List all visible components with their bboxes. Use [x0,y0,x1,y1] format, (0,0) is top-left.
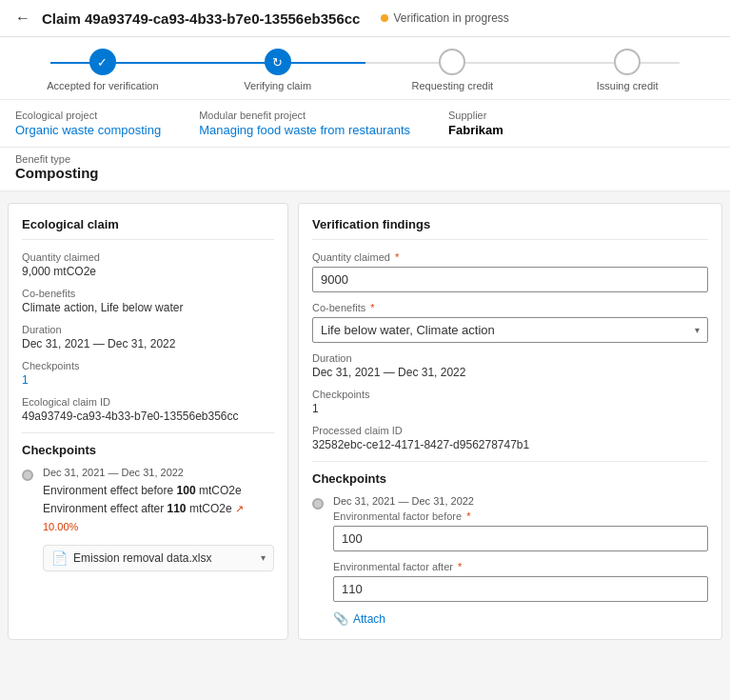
right-checkpoint-item: Dec 31, 2021 — Dec 31, 2022 Environmenta… [312,495,708,626]
required-star-quantity: * [392,251,399,263]
ecological-project-value[interactable]: Organic waste composting [15,123,161,137]
step-issuing: Issuing credit [540,49,715,91]
duration-label: Duration [22,324,274,335]
cobenefits-select-value: Life below water, Climate action [321,323,495,337]
step-label-verifying: Verifying claim [244,80,311,91]
right-panel-title: Verification findings [312,217,708,240]
modular-project-label: Modular benefit project [199,110,410,121]
checkpoint-content: Dec 31, 2021 — Dec 31, 2022 Environment … [43,467,274,571]
checkpoint-effects: Environment effect before 100 mtCO2e Env… [43,482,274,537]
duration-row: Duration Dec 31, 2021 — Dec 31, 2022 [22,324,274,350]
quantity-input[interactable] [312,267,708,292]
status-text: Verification in progress [393,11,508,25]
step-label-accepted: Accepted for verification [47,80,158,91]
required-star-cobenefits: * [367,302,374,313]
excel-file-icon: 📄 [51,550,68,566]
step-circle-requesting [439,49,465,75]
select-chevron-icon: ▾ [695,325,700,335]
checkpoint-section-title: Checkpoints [22,443,274,457]
right-duration-value: Dec 31, 2021 — Dec 31, 2022 [312,366,708,379]
env-after-unit: mtCO2e [189,502,232,515]
divider [22,432,274,433]
right-checkpoint-title: Checkpoints [312,471,708,486]
cobenefits-select[interactable]: Life below water, Climate action ▾ [312,317,708,343]
right-duration-label: Duration [312,352,708,364]
cobenefits-row: Co-benefits Climate action, Life below w… [22,288,274,314]
right-checkpoint-date: Dec 31, 2021 — Dec 31, 2022 [333,495,708,507]
env-after-label: Environment effect after [43,502,164,515]
checkpoints-label: Checkpoints [22,360,274,371]
modular-project-value[interactable]: Managing food waste from restaurants [199,123,410,137]
checkpoint-date: Dec 31, 2021 — Dec 31, 2022 [43,467,274,478]
env-before-value: 100 [173,484,199,497]
right-checkpoints-label: Checkpoints [312,389,708,400]
right-divider [312,461,708,462]
cobenefits-label: Co-benefits [22,288,274,299]
right-env-before-field: Environmental factor before * [333,510,708,551]
required-star-env-after: * [455,561,462,572]
steps-container: ✓ Accepted for verification ↻ Verifying … [15,49,715,91]
right-quantity-field: Quantity claimed * [312,251,708,292]
benefit-type-value: Composting [15,165,715,181]
checkpoints-row: Checkpoints 1 [22,360,274,387]
env-after-input[interactable] [333,576,708,602]
right-cobenefits-field: Co-benefits * Life below water, Climate … [312,302,708,343]
left-panel-title: Ecological claim [22,217,274,240]
main-content: Ecological claim Quantity claimed 9,000 … [0,191,730,651]
quantity-claimed-row: Quantity claimed 9,000 mtCO2e [22,251,274,278]
checkpoints-value: 1 [22,373,274,387]
step-requesting: Requesting credit [365,49,541,91]
env-before-label: Environment effect before [43,484,173,497]
right-processed-id-row: Processed claim ID 32582ebc-ce12-4171-84… [312,425,708,451]
claim-id-row: Ecological claim ID 49a93749-ca93-4b33-b… [22,396,274,423]
page-header: ← Claim 49a93749-ca93-4b33-b7e0-13556eb3… [0,0,730,37]
left-panel: Ecological claim Quantity claimed 9,000 … [8,203,288,640]
quantity-claimed-label: Quantity claimed [22,251,274,263]
env-before-unit: mtCO2e [199,484,242,497]
right-quantity-label: Quantity claimed * [312,251,708,263]
chevron-down-icon: ▾ [261,552,266,563]
step-circle-accepted: ✓ [89,49,116,75]
supplier-value: Fabrikam [448,123,503,137]
claim-id-value: 49a93749-ca93-4b33-b7e0-13556eb356cc [22,410,274,423]
right-processed-id-label: Processed claim ID [312,425,708,436]
attach-icon: 📎 [333,611,348,626]
right-processed-id-value: 32582ebc-ce12-4171-8427-d956278747b1 [312,438,708,451]
checkpoint-dot-icon [22,470,33,481]
step-label-requesting: Requesting credit [412,80,494,91]
claim-id-label: Ecological claim ID [22,396,274,408]
meta-section: Ecological project Organic waste compost… [0,100,730,148]
quantity-claimed-value: 9,000 mtCO2e [22,265,274,278]
right-cobenefits-label: Co-benefits * [312,302,708,313]
duration-value: Dec 31, 2021 — Dec 31, 2022 [22,337,274,350]
ecological-project-group: Ecological project Organic waste compost… [15,110,161,137]
page-title: Claim 49a93749-ca93-4b33-b7e0-13556eb356… [42,10,360,27]
modular-project-group: Modular benefit project Managing food wa… [199,110,410,137]
right-env-after-label: Environmental factor after * [333,561,708,572]
cobenefits-value: Climate action, Life below water [22,301,274,314]
step-accepted: ✓ Accepted for verification [15,49,190,91]
right-checkpoints-value: 1 [312,402,708,415]
step-circle-issuing [614,49,641,75]
back-button[interactable]: ← [15,10,30,27]
env-after-value: 110 [164,502,189,515]
status-badge: Verification in progress [381,11,508,25]
right-env-after-field: Environmental factor after * [333,561,708,602]
supplier-group: Supplier Fabrikam [448,110,503,137]
right-checkpoint-inner: Dec 31, 2021 — Dec 31, 2022 Environmenta… [333,495,708,626]
status-dot-icon [381,14,388,22]
right-panel: Verification findings Quantity claimed *… [298,203,722,640]
right-duration-row: Duration Dec 31, 2021 — Dec 31, 2022 [312,352,708,379]
attach-button[interactable]: 📎 Attach [333,611,708,626]
right-checkpoint-dot-icon [312,498,324,510]
right-env-before-label: Environmental factor before * [333,510,708,522]
env-before-input[interactable] [333,526,708,551]
progress-bar: ✓ Accepted for verification ↻ Verifying … [0,37,730,100]
file-attachment[interactable]: 📄 Emission removal data.xlsx ▾ [43,545,274,571]
checkpoint-section: Checkpoints Dec 31, 2021 — Dec 31, 2022 … [22,443,274,571]
step-verifying: ↻ Verifying claim [190,49,365,91]
benefit-section: Benefit type Composting [0,148,730,191]
required-star-env-before: * [464,510,470,522]
benefit-type-label: Benefit type [15,153,715,165]
step-circle-verifying: ↻ [265,49,291,75]
